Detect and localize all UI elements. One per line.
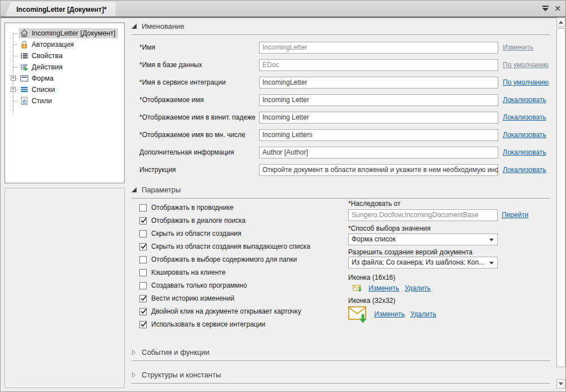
delete-icon16-link[interactable]: Удалить [405,284,431,292]
checkbox[interactable] [139,256,147,263]
db-name-input[interactable]: EDoc [259,59,498,71]
checkbox[interactable] [139,243,147,250]
icon32-row: Изменить Удалить [348,305,436,324]
checkbox-label: Отображать в проводнике [151,204,234,212]
default-link[interactable]: По умолчанию [503,77,549,89]
checkbox-row[interactable]: Скрыть из области создания выпадающего с… [139,241,310,252]
checkbox-row[interactable]: Отображать в выборе содержимого для папк… [139,254,297,265]
display-name-plural-input[interactable]: Incoming Letters [259,129,498,141]
vertical-scrollbar[interactable] [556,17,565,389]
checkbox-row[interactable]: Скрыть из области создания [139,228,241,239]
field-label: *Имя в сервисе интеграции [139,77,259,89]
checkbox-row[interactable]: Использовать в сервисе интеграции [139,319,265,330]
checkbox[interactable] [139,308,147,315]
section-title: Именование [142,22,185,30]
tree-item-label: Форма [32,74,54,82]
section-title: Параметры [142,186,181,194]
checkbox[interactable] [139,321,147,328]
section-title: События и функции [142,348,209,356]
styles-icon: A [20,96,29,105]
editor-content: Именование *Имя IncomingLetter Изменить … [129,18,554,389]
section-params-header[interactable]: Параметры [131,186,550,199]
tree-item-properties[interactable]: Свойства [5,50,124,61]
versions-combo[interactable]: Из файла; Со сканера; Из шаблона; Коп... [348,257,498,268]
checkbox-row[interactable]: Отображать в диалоге поиска [139,215,245,226]
display-name-input[interactable]: Incoming Letter [259,94,498,106]
document-tab[interactable]: IncomingLetter [Документ]* [5,2,116,16]
tree-item-label: Списки [32,86,55,94]
lock-icon [20,40,29,49]
expand-triangle-icon [131,350,137,355]
localize-link[interactable]: Локализовать [503,129,546,141]
checkbox[interactable] [139,282,147,289]
integration-name-input[interactable]: IncomingLetter [259,77,498,89]
chevron-down-icon [489,239,494,241]
value-select-combo[interactable]: Форма список [348,234,498,245]
tree-item-incomingletter[interactable]: IncomingLetter [Документ] [5,28,124,39]
change-icon16-link[interactable]: Изменить [368,284,399,292]
expand-plus-icon[interactable] [11,87,16,92]
value-select-label: *Способ выбора значения [348,224,431,232]
tab-controls: ✕ [542,1,561,16]
tab-title: IncomingLetter [Документ]* [16,6,107,14]
inherit-from-label: *Наследовать от [348,200,401,208]
localize-link[interactable]: Локализовать [503,112,546,124]
change-icon32-link[interactable]: Изменить [374,310,405,318]
localize-link[interactable]: Локализовать [503,164,546,176]
checkbox-row[interactable]: Двойной клик на документе открывает карт… [139,306,301,317]
name-input[interactable]: IncomingLetter [259,42,498,54]
checkbox-row[interactable]: Кэшировать на клиенте [139,267,226,278]
tree-item-actions[interactable]: Действия [5,61,124,73]
checkbox[interactable] [139,230,147,237]
checkbox[interactable] [139,217,147,224]
checkbox[interactable] [139,204,147,212]
tab-bar: IncomingLetter [Документ]* ✕ [1,1,565,16]
scroll-up-icon [559,21,563,24]
checkbox-row[interactable]: Вести историю изменений [139,293,234,304]
scroll-up-button[interactable] [556,17,565,27]
section-structures-header[interactable]: Структуры и константы [131,371,550,384]
collapse-triangle-icon [131,187,137,192]
icon16-label: Иконка (16x16) [348,274,396,281]
section-events-header[interactable]: События и функции [131,348,550,361]
go-to-link[interactable]: Перейти [502,209,529,221]
field-label: *Отображаемое имя в винит. падеже [139,112,259,124]
checkbox-label: Отображать в выборе содержимого для папк… [151,256,297,263]
tree-item-authorization[interactable]: Авторизация [5,39,124,50]
instruction-input[interactable]: Откройте документ в области вложений и у… [259,164,498,176]
tree-item-lists[interactable]: Списки [5,84,124,95]
tree-item-label: IncomingLetter [Документ] [32,29,116,37]
tree-item-label: Стили [32,97,52,105]
scroll-down-icon [559,382,563,385]
checkbox-label: Скрыть из области создания [151,230,241,237]
tree-item-styles[interactable]: A Стили [5,95,124,107]
combo-value: Форма список [352,235,396,243]
chevron-down-icon [489,262,494,265]
field-row: Инструкция Откройте документ в области в… [139,164,549,176]
scroll-down-button[interactable] [556,379,565,389]
localize-link[interactable]: Локализовать [503,147,546,158]
localize-link[interactable]: Локализовать [503,94,546,106]
scrollbar-thumb[interactable] [556,28,565,367]
checkbox[interactable] [139,295,147,302]
checkbox-label: Вести историю изменений [151,294,234,302]
additional-info-input[interactable]: Author [Author] [259,147,498,158]
delete-icon32-link[interactable]: Удалить [410,310,436,318]
change-link[interactable]: Изменить [503,42,533,54]
default-link[interactable]: По умолчанию [503,59,549,71]
checkbox-row[interactable]: Отображать в проводнике [139,202,234,213]
envelope-download-icon [348,305,368,324]
inherit-from-input[interactable]: Sungero.Docflow.IncomingDocumentBase [348,209,498,221]
tree-item-form[interactable]: Форма [5,73,124,84]
application-window: IncomingLetter [Документ]* ✕ IncomingLet… [0,0,566,392]
checkbox-row[interactable]: Создавать только программно [139,280,247,291]
close-icon[interactable]: ✕ [554,5,561,12]
field-label: *Отображаемое имя [139,94,259,106]
display-name-accusative-input[interactable]: Incoming Letter [259,112,498,124]
home-icon [20,29,29,38]
window-list-icon[interactable] [542,6,549,11]
section-naming-header[interactable]: Именование [131,22,550,35]
form-icon [20,74,29,83]
expand-plus-icon[interactable] [11,76,16,81]
checkbox[interactable] [139,269,147,276]
